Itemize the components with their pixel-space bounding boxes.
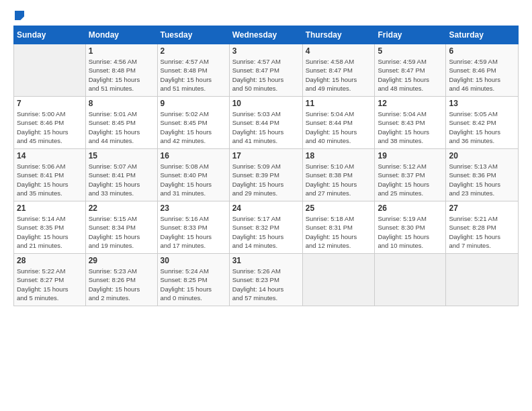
day-header-tuesday: Tuesday [157,26,229,44]
calendar-cell: 9Sunrise: 5:02 AM Sunset: 8:45 PM Daylig… [157,97,229,149]
calendar-week-row: 14Sunrise: 5:06 AM Sunset: 8:41 PM Dayli… [14,149,519,201]
header [13,11,519,20]
day-info: Sunrise: 5:24 AM Sunset: 8:25 PM Dayligh… [161,267,226,302]
day-number: 16 [161,151,226,161]
day-header-saturday: Saturday [446,26,519,44]
calendar-cell: 17Sunrise: 5:09 AM Sunset: 8:39 PM Dayli… [229,149,302,201]
day-number: 29 [89,256,154,265]
calendar-cell: 2Sunrise: 4:57 AM Sunset: 8:48 PM Daylig… [157,44,229,97]
day-header-wednesday: Wednesday [229,26,302,44]
day-info: Sunrise: 5:19 AM Sunset: 8:30 PM Dayligh… [378,214,443,250]
calendar-cell: 24Sunrise: 5:17 AM Sunset: 8:32 PM Dayli… [229,201,302,254]
calendar-cell: 6Sunrise: 4:59 AM Sunset: 8:46 PM Daylig… [446,44,519,97]
day-info: Sunrise: 5:13 AM Sunset: 8:36 PM Dayligh… [449,162,515,197]
calendar-cell: 27Sunrise: 5:21 AM Sunset: 8:28 PM Dayli… [446,201,519,254]
day-number: 13 [449,99,515,108]
day-number: 7 [17,99,83,108]
day-info: Sunrise: 4:58 AM Sunset: 8:47 PM Dayligh… [306,57,372,93]
day-number: 26 [378,203,443,213]
calendar-cell: 29Sunrise: 5:23 AM Sunset: 8:26 PM Dayli… [85,254,157,306]
day-number: 15 [89,151,154,161]
calendar-week-row: 1Sunrise: 4:56 AM Sunset: 8:48 PM Daylig… [14,44,519,97]
day-number: 25 [306,203,372,213]
day-info: Sunrise: 5:16 AM Sunset: 8:33 PM Dayligh… [161,214,226,250]
day-info: Sunrise: 4:57 AM Sunset: 8:48 PM Dayligh… [161,57,226,93]
day-info: Sunrise: 5:07 AM Sunset: 8:41 PM Dayligh… [89,162,154,197]
day-info: Sunrise: 4:59 AM Sunset: 8:46 PM Dayligh… [449,57,515,93]
day-number: 18 [306,151,372,161]
day-header-monday: Monday [85,26,157,44]
day-number: 19 [378,151,443,161]
calendar-cell: 8Sunrise: 5:01 AM Sunset: 8:45 PM Daylig… [85,97,157,149]
calendar-cell: 26Sunrise: 5:19 AM Sunset: 8:30 PM Dayli… [375,201,446,254]
day-number: 1 [89,46,154,56]
day-number: 3 [232,46,300,56]
day-header-sunday: Sunday [14,26,86,44]
day-info: Sunrise: 5:04 AM Sunset: 8:43 PM Dayligh… [378,109,443,145]
calendar-cell [446,254,519,306]
day-info: Sunrise: 5:22 AM Sunset: 8:27 PM Dayligh… [17,267,83,302]
day-number: 23 [161,203,226,213]
calendar-cell: 11Sunrise: 5:04 AM Sunset: 8:44 PM Dayli… [302,97,375,149]
day-info: Sunrise: 5:14 AM Sunset: 8:35 PM Dayligh… [17,214,83,250]
calendar-cell: 16Sunrise: 5:08 AM Sunset: 8:40 PM Dayli… [157,149,229,201]
calendar-cell: 25Sunrise: 5:18 AM Sunset: 8:31 PM Dayli… [302,201,375,254]
calendar-cell: 14Sunrise: 5:06 AM Sunset: 8:41 PM Dayli… [14,149,86,201]
logo [13,11,24,20]
day-info: Sunrise: 5:09 AM Sunset: 8:39 PM Dayligh… [232,162,300,197]
day-info: Sunrise: 5:26 AM Sunset: 8:23 PM Dayligh… [232,267,300,302]
day-info: Sunrise: 5:06 AM Sunset: 8:41 PM Dayligh… [17,162,83,197]
calendar-cell: 3Sunrise: 4:57 AM Sunset: 8:47 PM Daylig… [229,44,302,97]
day-header-friday: Friday [375,26,446,44]
day-number: 10 [232,99,300,108]
day-number: 2 [161,46,226,56]
day-info: Sunrise: 5:02 AM Sunset: 8:45 PM Dayligh… [161,109,226,145]
day-info: Sunrise: 4:59 AM Sunset: 8:47 PM Dayligh… [378,57,443,93]
day-number: 6 [449,46,515,56]
calendar-cell: 7Sunrise: 5:00 AM Sunset: 8:46 PM Daylig… [14,97,86,149]
calendar-cell: 5Sunrise: 4:59 AM Sunset: 8:47 PM Daylig… [375,44,446,97]
day-info: Sunrise: 5:18 AM Sunset: 8:31 PM Dayligh… [306,214,372,250]
day-info: Sunrise: 5:17 AM Sunset: 8:32 PM Dayligh… [232,214,300,250]
calendar-cell [14,44,86,97]
day-number: 31 [232,256,300,265]
day-header-thursday: Thursday [302,26,375,44]
calendar-cell: 13Sunrise: 5:05 AM Sunset: 8:42 PM Dayli… [446,97,519,149]
day-number: 20 [449,151,515,161]
calendar-table: SundayMondayTuesdayWednesdayThursdayFrid… [13,26,519,306]
day-info: Sunrise: 5:05 AM Sunset: 8:42 PM Dayligh… [449,109,515,145]
calendar-week-row: 21Sunrise: 5:14 AM Sunset: 8:35 PM Dayli… [14,201,519,254]
day-info: Sunrise: 5:23 AM Sunset: 8:26 PM Dayligh… [89,267,154,302]
calendar-cell: 10Sunrise: 5:03 AM Sunset: 8:44 PM Dayli… [229,97,302,149]
day-number: 24 [232,203,300,213]
day-info: Sunrise: 5:03 AM Sunset: 8:44 PM Dayligh… [232,109,300,145]
calendar-cell: 30Sunrise: 5:24 AM Sunset: 8:25 PM Dayli… [157,254,229,306]
calendar-week-row: 7Sunrise: 5:00 AM Sunset: 8:46 PM Daylig… [14,97,519,149]
day-number: 11 [306,99,372,108]
day-info: Sunrise: 5:00 AM Sunset: 8:46 PM Dayligh… [17,109,83,145]
day-number: 27 [449,203,515,213]
calendar-cell: 4Sunrise: 4:58 AM Sunset: 8:47 PM Daylig… [302,44,375,97]
day-number: 12 [378,99,443,108]
calendar-header-row: SundayMondayTuesdayWednesdayThursdayFrid… [14,26,519,44]
logo-icon [15,11,24,20]
day-info: Sunrise: 5:01 AM Sunset: 8:45 PM Dayligh… [89,109,154,145]
day-number: 8 [89,99,154,108]
calendar-cell: 18Sunrise: 5:10 AM Sunset: 8:38 PM Dayli… [302,149,375,201]
day-info: Sunrise: 5:21 AM Sunset: 8:28 PM Dayligh… [449,214,515,250]
calendar-cell: 19Sunrise: 5:12 AM Sunset: 8:37 PM Dayli… [375,149,446,201]
day-number: 5 [378,46,443,56]
day-info: Sunrise: 5:10 AM Sunset: 8:38 PM Dayligh… [306,162,372,197]
day-number: 21 [17,203,83,213]
day-number: 17 [232,151,300,161]
day-number: 4 [306,46,372,56]
calendar-cell: 23Sunrise: 5:16 AM Sunset: 8:33 PM Dayli… [157,201,229,254]
calendar-cell: 15Sunrise: 5:07 AM Sunset: 8:41 PM Dayli… [85,149,157,201]
day-number: 30 [161,256,226,265]
calendar-cell: 28Sunrise: 5:22 AM Sunset: 8:27 PM Dayli… [14,254,86,306]
day-info: Sunrise: 4:56 AM Sunset: 8:48 PM Dayligh… [89,57,154,93]
calendar-cell: 12Sunrise: 5:04 AM Sunset: 8:43 PM Dayli… [375,97,446,149]
calendar-cell [302,254,375,306]
day-number: 28 [17,256,83,265]
day-number: 9 [161,99,226,108]
